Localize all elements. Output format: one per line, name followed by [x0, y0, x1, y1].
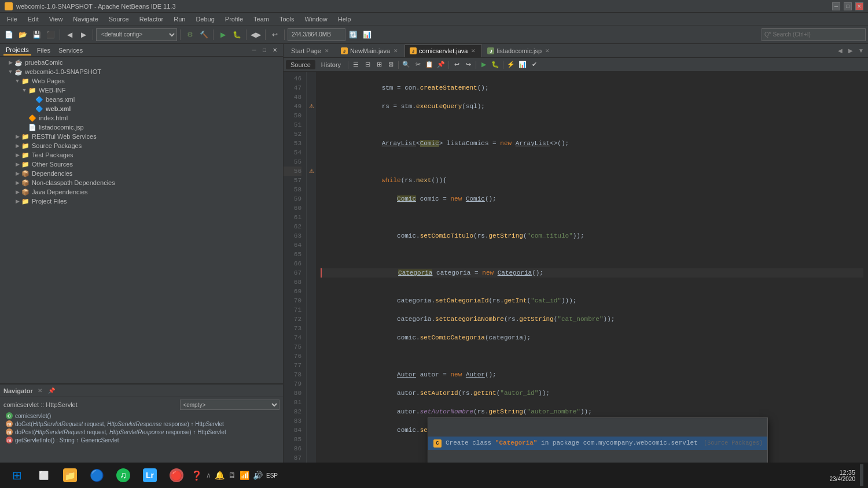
toggle-fold-btn[interactable]: ⊟	[362, 60, 373, 70]
tree-item-sourcepackages[interactable]: ▶ 📁 Source Packages	[0, 141, 283, 150]
source-tab[interactable]: Source	[286, 60, 315, 69]
open-project-btn[interactable]: 📂	[16, 28, 29, 41]
tree-item-webcomic[interactable]: ▼ ☕ webcomic-1.0-SNAPSHOT	[0, 67, 283, 76]
menu-window[interactable]: Window	[300, 14, 332, 24]
window-controls[interactable]: ─ □ ✕	[832, 2, 863, 10]
run-btn[interactable]: ▶	[216, 28, 229, 41]
tab-newmainjava[interactable]: J NewMain.java ✕	[336, 45, 404, 57]
debug-btn[interactable]: 🐛	[230, 28, 243, 41]
collapse-btn[interactable]: ⊠	[385, 60, 396, 70]
tab-close-btn[interactable]: ✕	[470, 47, 477, 54]
nav-method-getservletinfo[interactable]: m getServletInfo() : String ↑ GenericSer…	[3, 436, 279, 444]
build-btn[interactable]: 🔨	[197, 28, 210, 41]
lightroom-button[interactable]: Lr	[138, 464, 162, 486]
run-file-btn[interactable]: ▶	[479, 60, 489, 70]
undo-btn[interactable]: ↩	[451, 60, 462, 70]
gc-btn[interactable]: 🔃	[347, 28, 359, 41]
chrome-button[interactable]: 🔵	[84, 464, 109, 486]
menu-team[interactable]: Team	[249, 14, 274, 24]
profile-btn[interactable]: 📊	[361, 28, 373, 41]
tree-item-webxml[interactable]: 🔷 web.xml	[0, 104, 283, 113]
menu-file[interactable]: File	[2, 14, 22, 24]
tray-question[interactable]: ❓	[191, 470, 203, 481]
copy-btn[interactable]: 📋	[424, 60, 435, 70]
tree-item-pruebaComic[interactable]: ▶ ☕ pruebaComic	[0, 58, 283, 67]
nav-close-btn[interactable]: ✕	[35, 386, 45, 395]
tree-item-listadocomic[interactable]: 📄 listadocomic.jsp	[0, 123, 283, 132]
find-btn[interactable]: 🔍	[401, 60, 411, 70]
tree-item-dependencies[interactable]: ▶ 📦 Dependencies	[0, 169, 283, 178]
menu-source[interactable]: Source	[104, 14, 134, 24]
history-tab[interactable]: History	[317, 60, 345, 69]
nav-pin-btn[interactable]: 📌	[47, 386, 56, 395]
panel-minimize-btn[interactable]: ─	[249, 46, 259, 55]
start-button[interactable]: ⊞	[5, 464, 29, 486]
tree-item-javadeps[interactable]: ▶ 📦 Java Dependencies	[0, 187, 283, 197]
refactor-btn[interactable]: ↩	[269, 28, 281, 41]
paste-btn[interactable]: 📌	[436, 60, 446, 70]
maximize-button[interactable]: □	[844, 2, 852, 10]
members-select[interactable]: <empty>	[180, 400, 279, 410]
code-content[interactable]: stm = con.createStatement(); rs = stm.ex…	[316, 72, 868, 476]
config-select[interactable]: <default config>	[96, 28, 177, 41]
tab-services[interactable]: Services	[56, 46, 85, 55]
nav-method-dopost[interactable]: m doPost(HttpServletRequest request, Htt…	[3, 428, 279, 436]
tab-close-btn[interactable]: ✕	[392, 47, 399, 54]
tree-item-webinf[interactable]: ▼ 📁 WEB-INF	[0, 86, 283, 95]
search-input[interactable]	[762, 28, 866, 41]
cut-btn[interactable]: ✂	[413, 60, 423, 70]
tab-comicservlet[interactable]: J comicservlet.java ✕	[404, 45, 482, 57]
explorer-button[interactable]: 📁	[58, 464, 82, 486]
panel-close-btn[interactable]: ✕	[270, 46, 279, 55]
tab-close-btn[interactable]: ✕	[544, 47, 551, 54]
toggle-linenum-btn[interactable]: ☰	[351, 60, 361, 70]
menu-view[interactable]: View	[45, 14, 68, 24]
clean-build-btn[interactable]: ⚙	[183, 28, 196, 41]
test-btn[interactable]: ⚡	[506, 60, 516, 70]
tree-item-projectfiles[interactable]: ▶ 📁 Project Files	[0, 197, 283, 206]
back-btn[interactable]: ◀	[63, 28, 76, 41]
tab-projects[interactable]: Projects	[3, 45, 31, 56]
nav-method-doget[interactable]: m doGet(HttpServletRequest request, Http…	[3, 420, 279, 428]
check-btn[interactable]: ✔	[529, 60, 539, 70]
menu-debug[interactable]: Debug	[191, 14, 219, 24]
menu-run[interactable]: Run	[169, 14, 190, 24]
tray-volume[interactable]: 🔊	[253, 471, 263, 480]
menu-navigate[interactable]: Navigate	[68, 14, 102, 24]
tab-next-btn[interactable]: ▶	[846, 46, 855, 56]
ac-item-0[interactable]: C Create class "Categoria" in package co…	[428, 437, 767, 450]
run-test-btn[interactable]: ◀▶	[249, 28, 262, 41]
tray-network[interactable]: 📶	[240, 471, 249, 480]
tree-item-restful[interactable]: ▶ 📁 RESTful Web Services	[0, 132, 283, 141]
minimize-button[interactable]: ─	[832, 2, 840, 10]
menu-refactor[interactable]: Refactor	[135, 14, 168, 24]
tray-up-arrow[interactable]: ∧	[206, 471, 211, 479]
app6-button[interactable]: 🔴	[164, 464, 189, 486]
save-btn[interactable]: 💾	[30, 28, 43, 41]
nav-constructor[interactable]: C comicservlet()	[3, 412, 279, 420]
tab-close-btn[interactable]: ✕	[323, 47, 330, 54]
tray-notification[interactable]: 🔔	[215, 471, 225, 480]
taskview-button[interactable]: ⬜	[31, 464, 56, 486]
close-button[interactable]: ✕	[855, 2, 863, 10]
tree-item-testpackages[interactable]: ▶ 📁 Test Packages	[0, 150, 283, 160]
forward-btn[interactable]: ▶	[77, 28, 90, 41]
menu-profile[interactable]: Profile	[220, 14, 248, 24]
system-clock[interactable]: 12:35 23/4/2020	[830, 469, 856, 482]
menu-help[interactable]: Help	[333, 14, 356, 24]
tab-listadocomic[interactable]: J listadocomic.jsp ✕	[482, 45, 556, 57]
expand-btn[interactable]: ⊞	[374, 60, 384, 70]
redo-btn[interactable]: ↪	[463, 60, 473, 70]
show-desktop-btn[interactable]	[860, 464, 863, 486]
tree-item-nonclasspath[interactable]: ▶ 📦 Non-classpath Dependencies	[0, 178, 283, 187]
tree-item-indexhtml[interactable]: 🔶 index.html	[0, 113, 283, 123]
tree-item-othersources[interactable]: ▶ 📁 Other Sources	[0, 160, 283, 169]
debug-file-btn[interactable]: 🐛	[490, 60, 501, 70]
tab-prev-btn[interactable]: ◀	[836, 46, 845, 56]
tree-item-beansxml[interactable]: 🔷 beans.xml	[0, 95, 283, 104]
profile-file-btn[interactable]: 📊	[517, 60, 528, 70]
tab-startpage[interactable]: Start Page ✕	[286, 45, 336, 57]
tab-files[interactable]: Files	[35, 46, 53, 55]
tray-display[interactable]: 🖥	[228, 471, 236, 480]
menu-edit[interactable]: Edit	[23, 14, 43, 24]
